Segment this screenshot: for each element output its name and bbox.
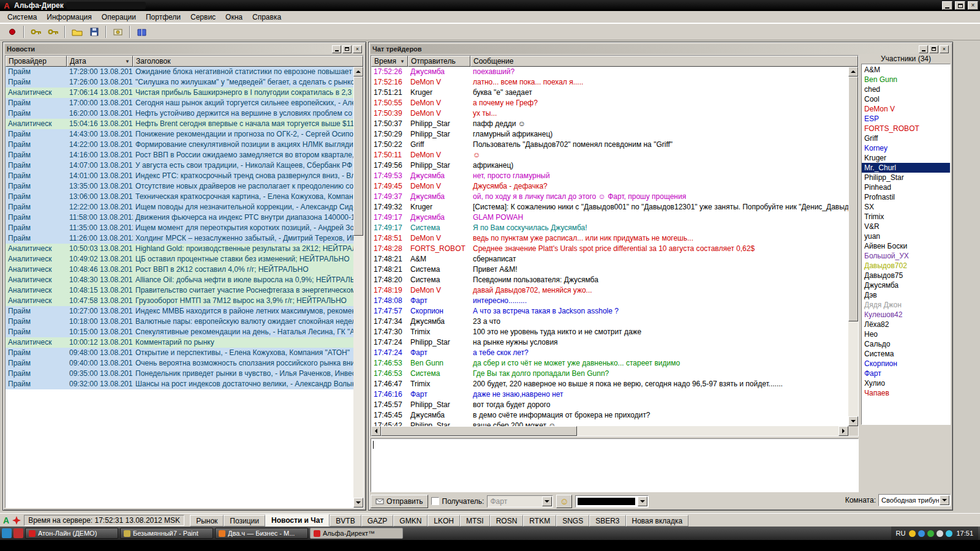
quicklaunch-icon-1[interactable] bbox=[2, 528, 12, 538]
chat-maximize-button[interactable] bbox=[929, 45, 938, 53]
participant-item[interactable]: Скорпион bbox=[862, 359, 950, 369]
chat-close-button[interactable]: × bbox=[940, 45, 949, 53]
statusbar-tab[interactable]: RTKM bbox=[523, 515, 556, 527]
participant-item[interactable]: Кулешов42 bbox=[862, 310, 950, 320]
scroll-thumb[interactable] bbox=[381, 426, 577, 436]
column-header[interactable]: Отправитель bbox=[408, 56, 470, 67]
participant-item[interactable]: Mr._Churl bbox=[862, 163, 950, 173]
recipient-checkbox[interactable] bbox=[431, 497, 439, 505]
table-row[interactable]: 17:48:21СистемаПривет A&M! bbox=[371, 264, 848, 275]
save-button[interactable] bbox=[86, 24, 102, 39]
participant-item[interactable]: Хулио bbox=[862, 378, 950, 388]
tray-icon-4[interactable] bbox=[937, 530, 943, 537]
table-row[interactable]: Прайм12:22:00 13.08.2012Ищем поводы для … bbox=[6, 202, 353, 212]
restore-button[interactable] bbox=[955, 1, 965, 10]
scroll-up-button[interactable] bbox=[848, 67, 858, 77]
language-indicator[interactable]: RU bbox=[896, 530, 906, 537]
statusbar-tab[interactable]: MTSI bbox=[460, 515, 490, 527]
news-window-titlebar[interactable]: Новости × bbox=[5, 44, 364, 54]
tray-icon-5[interactable] bbox=[946, 530, 952, 537]
participant-item[interactable]: Profnastil bbox=[862, 192, 950, 202]
taskbar-button[interactable]: Два.ч — Бизнес - М... bbox=[215, 528, 308, 539]
table-row[interactable]: Прайм14:16:00 13.08.2012Рост ВВП в Росси… bbox=[6, 150, 353, 160]
scroll-down-button[interactable] bbox=[353, 498, 363, 508]
scroll-left-button[interactable] bbox=[371, 426, 381, 436]
table-row[interactable]: 17:50:11DeMon V☺ bbox=[371, 150, 848, 160]
table-row[interactable]: 17:47:24Philipp_Starна рынке нужны услов… bbox=[371, 337, 848, 348]
payments-button[interactable] bbox=[110, 24, 126, 39]
room-combobox[interactable]: Свободная трибуна bbox=[878, 494, 951, 506]
table-row[interactable]: Аналитическ10:00:12 13.08.2012Комментари… bbox=[6, 337, 353, 348]
participant-item[interactable]: ched bbox=[862, 84, 950, 94]
participant-item[interactable]: Сальдо bbox=[862, 339, 950, 349]
participant-item[interactable]: Kruger bbox=[862, 153, 950, 163]
participant-item[interactable]: Чапаев bbox=[862, 388, 950, 398]
participant-item[interactable]: Griff bbox=[862, 133, 950, 143]
participant-item[interactable]: Фарт bbox=[862, 369, 950, 378]
recipient-combobox[interactable]: Фарт bbox=[487, 495, 553, 508]
open-button[interactable] bbox=[69, 24, 85, 39]
app-titlebar[interactable]: А Альфа-Дирек × bbox=[0, 0, 980, 11]
participant-item[interactable]: Нео bbox=[862, 329, 950, 339]
participant-item[interactable]: Дядя Джон bbox=[862, 300, 950, 310]
tray-icon-1[interactable] bbox=[909, 530, 916, 537]
table-row[interactable]: 17:45:45Джусямбав демо счёте информация … bbox=[371, 410, 848, 421]
scroll-thumb[interactable] bbox=[353, 77, 363, 236]
table-row[interactable]: Прайм17:00:00 13.08.2012Сегодня наш рыно… bbox=[6, 98, 353, 108]
statusbar-tab[interactable]: GAZP bbox=[361, 515, 394, 527]
table-row[interactable]: Прайм09:40:00 13.08.2012Очень вероятна в… bbox=[6, 358, 353, 369]
table-row[interactable]: 17:47:34Джусямба23 а что bbox=[371, 317, 848, 327]
scroll-up-button[interactable] bbox=[353, 67, 363, 77]
participant-item[interactable]: Trimix bbox=[862, 212, 950, 222]
table-row[interactable]: Аналитическ10:48:15 13.08.2012Правительс… bbox=[6, 285, 353, 296]
close-button[interactable]: × bbox=[968, 1, 978, 10]
participant-item[interactable]: A&M bbox=[862, 65, 950, 75]
table-row[interactable]: Прайм13:06:00 13.08.2012Техническая крат… bbox=[6, 192, 353, 202]
key-button-1[interactable] bbox=[28, 24, 44, 39]
menu-item[interactable]: Портфели bbox=[141, 12, 186, 23]
column-header[interactable]: Сообщение bbox=[470, 56, 858, 67]
table-row[interactable]: Прайм11:58:00 13.08.2012Движения фьючерс… bbox=[6, 212, 353, 223]
statusbar-tab[interactable]: LKOH bbox=[428, 515, 460, 527]
table-row[interactable]: Прайм14:43:00 13.08.2012Понижение рекоме… bbox=[6, 129, 353, 140]
column-header[interactable]: Заголовок bbox=[133, 56, 363, 67]
participant-item[interactable]: Давыдов75 bbox=[862, 271, 950, 280]
chevron-down-icon[interactable] bbox=[940, 495, 949, 505]
chat-horizontal-scrollbar[interactable] bbox=[371, 426, 848, 436]
menu-item[interactable]: Справка bbox=[247, 12, 286, 23]
statusbar-tab[interactable]: Рынок bbox=[190, 515, 224, 527]
table-row[interactable]: 17:50:22GriffПользователь "Давыдов702" п… bbox=[371, 140, 848, 150]
tray-icon-2[interactable] bbox=[918, 530, 925, 537]
table-row[interactable]: Прайм11:26:00 13.08.2012Холдинг МРСК – н… bbox=[6, 233, 353, 244]
table-row[interactable]: 17:50:29Philipp_Starгламурный африканец) bbox=[371, 129, 848, 140]
participant-item[interactable]: Korney bbox=[862, 143, 950, 153]
menu-item[interactable]: Окна bbox=[221, 12, 247, 23]
participant-item[interactable]: ESP bbox=[862, 114, 950, 124]
statusbar-tab[interactable]: SNGS bbox=[556, 515, 589, 527]
participant-item[interactable]: Ben Gunn bbox=[862, 75, 950, 84]
table-row[interactable]: 17:46:53Ben Gunnда сбер и сто чёт не мож… bbox=[371, 358, 848, 369]
table-row[interactable]: Аналитическ17:06:14 13.08.2012Чистая при… bbox=[6, 88, 353, 98]
statusbar-tab[interactable]: Новости и Чат bbox=[265, 514, 330, 527]
participant-item[interactable]: Система bbox=[862, 349, 950, 359]
table-row[interactable]: 17:46:47Trimix200 будет, 220 наверное но… bbox=[371, 379, 848, 389]
tray-icon-3[interactable] bbox=[927, 530, 934, 537]
table-row[interactable]: Прайм09:48:00 13.08.2012Открытие и персп… bbox=[6, 348, 353, 358]
participant-item[interactable]: Лёха82 bbox=[862, 320, 950, 329]
table-row[interactable]: 17:49:32Kruger[Система]: К сожалению ник… bbox=[371, 202, 848, 212]
table-row[interactable]: 17:51:21Krugerбуква "е" заедает bbox=[371, 88, 848, 98]
participant-item[interactable]: yuan bbox=[862, 231, 950, 241]
column-header[interactable]: Время▼ bbox=[371, 56, 408, 67]
table-row[interactable]: 17:47:24Фарта тебе скок лет? bbox=[371, 348, 848, 358]
participant-item[interactable]: Айвен Боски bbox=[862, 241, 950, 251]
column-header[interactable]: Дата▼ bbox=[67, 56, 133, 67]
chat-window-titlebar[interactable]: Чат трейдеров × bbox=[371, 44, 951, 54]
participant-item[interactable]: Большой_УХ bbox=[862, 251, 950, 261]
scroll-thumb[interactable] bbox=[848, 77, 858, 321]
table-row[interactable]: Аналитическ10:48:46 13.08.2012Рост ВВП в… bbox=[6, 264, 353, 275]
scroll-down-button[interactable] bbox=[848, 416, 858, 426]
table-row[interactable]: 17:48:21A&Mсбернаписат bbox=[371, 254, 848, 264]
statusbar-tab[interactable]: BVTB bbox=[330, 515, 361, 527]
taskbar-button[interactable]: Альфа-Директ™ bbox=[310, 528, 403, 539]
participant-item[interactable]: Philipp_Star bbox=[862, 173, 950, 182]
